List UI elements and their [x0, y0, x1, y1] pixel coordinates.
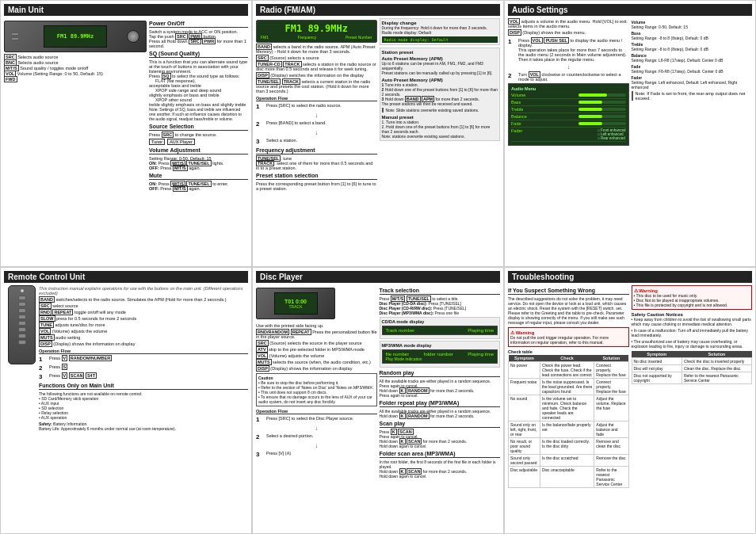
remote-illustration-col: [4, 285, 36, 431]
remote-btn-2[interactable]: [18, 302, 26, 307]
trouble-table: Symptom Check Solution No powerCheck the…: [508, 355, 629, 488]
remote-src: SRC select source: [39, 303, 248, 308]
safety-title: ⚠ Warning: [634, 288, 750, 293]
scan-heading: Scan play: [380, 421, 501, 428]
table-row: Disc adjustableDisc unacceptableRefer to…: [509, 467, 629, 488]
disc-header-row: Symptom Solution: [632, 351, 752, 358]
table-row: Sound only second passedIs the disc scra…: [509, 455, 629, 467]
radio-left: FM1 89.9MHz FM1 Frequency Preset Number …: [256, 18, 377, 191]
remote-ir: [20, 288, 25, 293]
balance-fill: [578, 115, 602, 118]
cell-check-4: Is the disc loaded correctly. Is the dis…: [540, 438, 594, 455]
remote-btn-5[interactable]: [18, 321, 26, 326]
fader-options: □ Front enhanced □ Left enhanced □ Rear …: [598, 128, 626, 140]
remote-btn-3[interactable]: [18, 308, 26, 313]
audio-steps: 1 Press VOL PUSH SEL to display the audi…: [508, 38, 629, 82]
mode-tuner: Tuner: [149, 139, 165, 145]
repeat-content: All the available tracks are either play…: [380, 409, 501, 418]
disc-rnd: RND/RANDOM REPEAT Press the personalized…: [256, 330, 377, 339]
main-unit-left: FM1 89.9MHz SRC Selects audio source BNC…: [4, 18, 147, 191]
remote-btn-6[interactable]: [18, 327, 26, 332]
step-text-2: Press [BAND] to select a band.: [266, 120, 326, 125]
button-2[interactable]: [11, 37, 19, 40]
remote-band: BAND switches/selects to the radio sourc…: [39, 297, 248, 302]
remote-btn-1[interactable]: [18, 296, 26, 300]
power-content: Switch a system mode to ACC or ON positi…: [149, 29, 248, 48]
callout-src-radio: SRC (Source) selects a source: [256, 55, 377, 60]
remote-btn-4[interactable]: [18, 315, 26, 319]
cdda-title: CD/DA mode display: [382, 319, 498, 324]
setting-volume: VolumeSetting Range: 0-50, Default: 15: [632, 20, 753, 29]
callout-bnc: BNC Selects audio source: [4, 60, 147, 65]
audio-step-num-2: 2: [508, 72, 516, 79]
disc-step-num-1: 1: [256, 416, 264, 423]
menu-label-fade: Fade: [511, 121, 521, 126]
button-1[interactable]: [11, 32, 19, 36]
audio-step-text-1: Press VOL PUSH SEL to display the audio …: [518, 38, 629, 62]
remote-btn-7[interactable]: [18, 334, 26, 338]
station-preset-box: Station preset Auto Preset Memory (APM) …: [380, 48, 501, 141]
freq-adj-content: TUNE/SEL: tune TRACK: select one of them…: [256, 156, 377, 170]
check-table-title: Check table: [508, 349, 629, 354]
disc-solution-2: Clean the disc. Replace the disc.: [682, 365, 751, 372]
callout-vol: VOL Volume (Setting Range: 0 to 50, Defa…: [4, 71, 147, 76]
step-num-2: 2: [256, 120, 264, 128]
callout-tune-sel: TUNE/SEL TRACK selects a current station…: [256, 79, 377, 93]
disc-symptom-2: Disc will not play: [632, 365, 682, 372]
disc-solution-3: Refer to the nearest Panasonic Service C…: [682, 372, 751, 384]
sound-quality-content: This is a function that you can alternat…: [149, 59, 248, 121]
setting-fade: FadeSetting Range: F8-R8 (17step), Defau…: [632, 64, 753, 74]
bass-slider: [578, 100, 626, 105]
step-num-3: 3: [256, 138, 264, 145]
menu-label-treble: Treble: [511, 107, 523, 112]
disc-col-symptom: Symptom: [632, 351, 682, 358]
random-heading: Random play: [380, 370, 501, 377]
cell-check-0: Check the power lead. Check the fuse. Ch…: [540, 362, 594, 379]
disc-screen: T01 0:00 TRACK: [274, 292, 318, 315]
bass-fill: [578, 101, 602, 104]
page-layout: Main Unit FM1 89.9MHz SRC Selects aud: [0, 0, 756, 534]
callout-mts: M/T/S Sound quality / toggles mode on/of…: [4, 66, 147, 71]
scan-content: Press K SCAN. Press again to cancel. Hol…: [380, 429, 501, 448]
suspect-heading: If You Suspect Something Wrong: [508, 288, 629, 295]
sound-quality-heading: SQ (Sound Quality): [149, 51, 248, 58]
disc-step-1: 1 Press [SRC] to select the Disc Player …: [256, 416, 377, 423]
remote-vol: VOL (Volume) adjusts the volume: [39, 329, 248, 334]
mp3-display: file number folder number Playing time P…: [382, 349, 498, 364]
mode-aux: AUX Player: [167, 139, 194, 145]
volume-track: [578, 93, 626, 97]
setting-fader: FaderSetting Range: Left enhanced, Defau…: [632, 75, 753, 90]
callout-labels: SRC Selects audio source BNC Selects aud…: [4, 55, 147, 82]
callout-src: SRC Selects audio source: [4, 55, 147, 59]
trouble-left: If You Suspect Something Wrong The descr…: [508, 285, 629, 488]
radio-callouts: BAND selects a band in the radio source.…: [256, 44, 377, 93]
disc-symptom-1: No disc inserted: [632, 358, 682, 365]
remote-btn-8[interactable]: [18, 340, 26, 345]
remote-step-text-2: Press S: [49, 364, 67, 369]
menu-item-volume: Volume: [511, 93, 626, 99]
menu-label-bass: Bass: [511, 100, 521, 105]
cell-solution-5: Remove the disc: [594, 455, 628, 467]
troubleshooting-section: Troubleshooting If You Suspect Something…: [504, 267, 756, 534]
track-sel-heading: Track selection: [380, 288, 501, 295]
flow-step-2: 2 Press [BAND] to select a band.: [256, 120, 377, 128]
track-sel-content: Press M/T/S TUNE/SEL to select a title. …: [380, 296, 501, 315]
remote-rnd: RND REPEAT toggle on/off will any mode: [39, 310, 248, 315]
remote-step-2: 2 Press S: [39, 364, 248, 372]
apt2-step2: 2 Hold down one of the preset buttons fr…: [382, 87, 498, 97]
callout-band: BAND selects a band in the radio source.…: [256, 44, 377, 54]
fade-slider: [578, 121, 626, 126]
step-text-1: Press [SRC] to select the radio source.: [266, 103, 342, 108]
disc-caution: Caution • Be sure to stop the disc befor…: [256, 373, 377, 406]
trouble-table-body: No powerCheck the power lead. Check the …: [509, 362, 629, 488]
mp3-folder-label: folder number: [424, 352, 453, 357]
trouble-title: Troubleshooting: [508, 271, 752, 283]
caution-4: • To ensure that no damage occurs to the…: [258, 395, 375, 404]
remote-text-col: This instruction manual explains operati…: [39, 285, 248, 431]
radio-mode-display: Radio mode display: Default: [382, 36, 498, 43]
step-text-3: Select a station.: [266, 138, 297, 143]
audio-content: VOL adjusts a volume in the audio menu. …: [508, 18, 752, 147]
disc-row-1: No disc inserted Check the disc is inser…: [632, 358, 752, 365]
volume-heading: Volume Adjustment: [149, 147, 248, 154]
remote-steps-title: Operation Flow: [39, 349, 248, 354]
